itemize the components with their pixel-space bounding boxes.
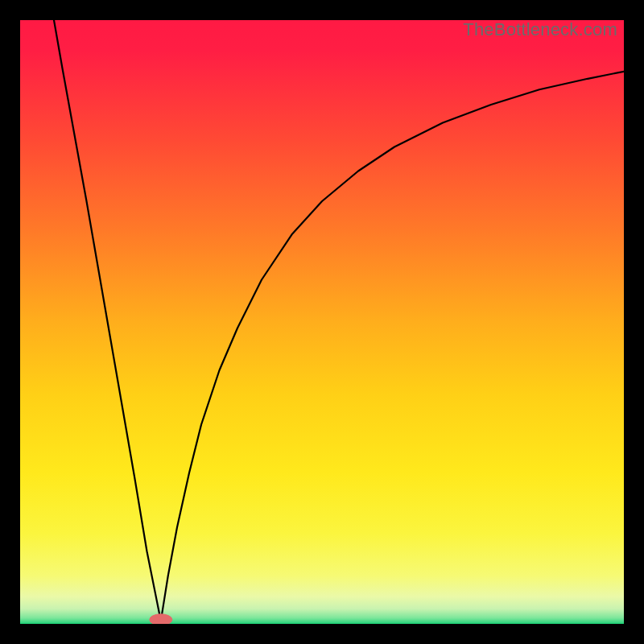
gradient-background	[20, 20, 624, 624]
chart-frame: TheBottleneck.com	[20, 20, 624, 624]
credit-label: TheBottleneck.com	[463, 19, 617, 40]
optimal-point-marker	[150, 614, 172, 624]
chart-svg	[20, 20, 624, 624]
